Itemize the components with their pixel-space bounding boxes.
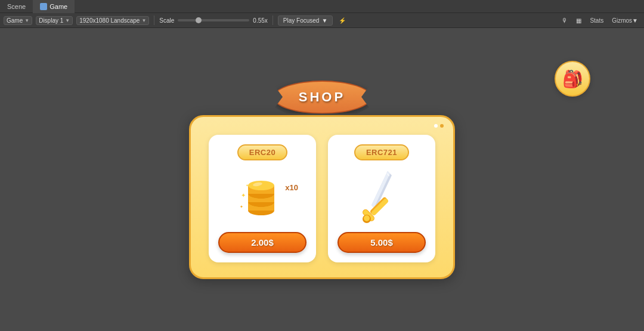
scale-label: Scale: [159, 17, 174, 24]
svg-point-8: [248, 181, 274, 190]
tab-game[interactable]: Game: [33, 0, 75, 13]
backpack-button[interactable]: 🎒: [555, 61, 590, 97]
view-select[interactable]: Game ▼: [4, 16, 32, 25]
tab-scene[interactable]: Scene: [0, 0, 33, 13]
separator-2: [273, 16, 273, 25]
scale-value: 0.55x: [253, 17, 267, 24]
svg-text:✦: ✦: [240, 205, 243, 209]
view-select-label: Game: [7, 17, 23, 24]
erc721-image-area: [346, 166, 417, 226]
shop-container: SHOP ERC20: [189, 81, 455, 279]
shop-title-badge: SHOP: [273, 81, 371, 114]
game-viewport: 🎒 SHOP ERC20: [0, 28, 644, 331]
separator-1: [154, 16, 154, 25]
coin-multiplier: x10: [285, 183, 298, 192]
play-focused-button[interactable]: Play Focused ▼: [278, 16, 333, 26]
display-select-arrow: ▼: [65, 18, 70, 23]
sword-svg: [355, 166, 408, 226]
display-select-label: Display 1: [39, 17, 63, 24]
resolution-select-label: 1920x1080 Landscape: [79, 17, 140, 24]
grid-icon[interactable]: ▦: [574, 16, 584, 25]
resolution-select-arrow: ▼: [141, 18, 146, 23]
scale-slider[interactable]: [178, 19, 249, 21]
game-tab-icon: [40, 3, 47, 10]
gizmos-button[interactable]: Gizmos ▼: [609, 16, 640, 25]
stats-label: Stats: [590, 17, 603, 24]
stats-button[interactable]: Stats: [587, 16, 606, 25]
play-focused-arrow: ▼: [321, 17, 327, 24]
buy-erc20-button[interactable]: 2.00$: [218, 232, 306, 253]
coin-stack-svg: ✦ ✦ ✦: [239, 174, 286, 218]
item-card-erc20: ERC20: [209, 135, 316, 262]
play-focused-label: Play Focused: [283, 17, 320, 24]
scale-slider-thumb: [196, 17, 202, 23]
toolbar: Game ▼ Display 1 ▼ 1920x1080 Landscape ▼…: [0, 13, 644, 28]
scene-tab-label: Scene: [7, 3, 26, 10]
tab-bar: Scene Game: [0, 0, 644, 13]
mute-button[interactable]: ⚡: [336, 16, 348, 25]
display-select[interactable]: Display 1 ▼: [36, 16, 73, 25]
svg-text:✦: ✦: [246, 184, 249, 187]
view-select-arrow: ▼: [24, 18, 29, 23]
game-tab-label: Game: [49, 3, 67, 10]
resolution-select[interactable]: 1920x1080 Landscape ▼: [76, 16, 149, 25]
erc721-label: ERC721: [354, 144, 409, 160]
erc20-image-area: ✦ ✦ ✦ x10: [227, 166, 298, 226]
audio-icon[interactable]: 🎙: [559, 16, 570, 25]
gizmos-label: Gizmos: [612, 17, 632, 24]
dot-1: [434, 124, 438, 128]
toolbar-right: 🎙 ▦ Stats Gizmos ▼: [559, 16, 640, 25]
erc20-label: ERC20: [237, 144, 287, 160]
svg-point-20: [364, 215, 370, 221]
svg-text:✦: ✦: [241, 192, 246, 199]
buy-erc721-button[interactable]: 5.00$: [338, 232, 426, 253]
backpack-icon: 🎒: [562, 69, 583, 89]
shop-panel: ERC20: [189, 115, 455, 279]
item-card-erc721: ERC721: [328, 135, 435, 262]
dots-indicator: [434, 124, 444, 128]
gizmos-arrow: ▼: [632, 17, 638, 24]
shop-title: SHOP: [299, 89, 345, 105]
dot-2: [440, 124, 444, 128]
